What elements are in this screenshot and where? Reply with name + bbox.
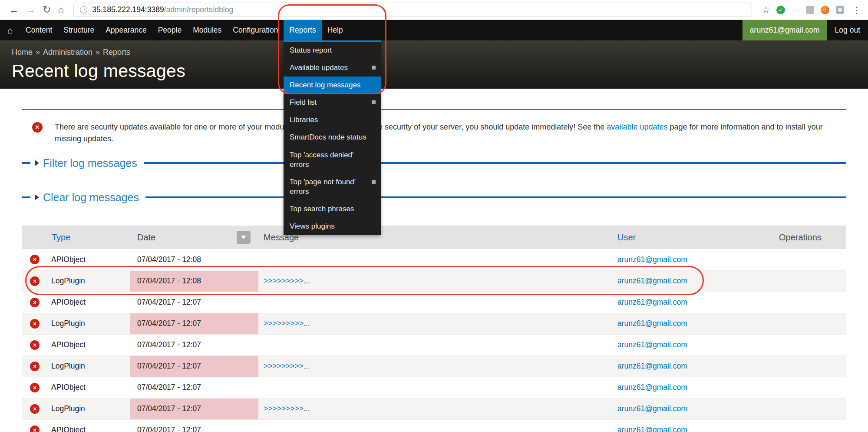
update-badge-icon bbox=[372, 180, 376, 184]
log-table-row: ×LogPlugin 07/04/2017 - 12:07 >>>>>>>>>.… bbox=[22, 398, 846, 419]
breadcrumb: Home»Administration»Reports bbox=[12, 40, 856, 57]
column-header-type[interactable]: Type bbox=[52, 233, 70, 242]
log-user-link[interactable]: arunz61@gmail.com bbox=[617, 276, 687, 285]
page-header: Home»Administration»Reports Recent log m… bbox=[0, 40, 868, 89]
column-header-user[interactable]: User bbox=[617, 233, 636, 242]
log-date: 07/04/2017 - 12:07 bbox=[130, 377, 258, 398]
log-operations bbox=[774, 334, 846, 356]
fieldset-filter-legend[interactable]: Filter log messages bbox=[30, 157, 144, 169]
dropdown-item-top-access-denied-errors[interactable]: Top 'access denied' errors bbox=[284, 146, 381, 173]
dropdown-item-libraries[interactable]: Libraries bbox=[284, 111, 381, 129]
toolbar-item-content[interactable]: Content bbox=[20, 20, 58, 40]
breadcrumb-administration[interactable]: Administration bbox=[43, 48, 92, 56]
dropdown-item-top-search-phrases[interactable]: Top search phrases bbox=[284, 200, 381, 218]
breadcrumb-home[interactable]: Home bbox=[12, 48, 33, 56]
toolbar-item-people[interactable]: People bbox=[152, 20, 188, 40]
extension-icon-2[interactable] bbox=[821, 6, 829, 14]
error-severity-icon: × bbox=[30, 404, 40, 414]
back-icon[interactable]: ← bbox=[9, 5, 19, 15]
dropdown-item-recent-log-messages[interactable]: Recent log messages bbox=[284, 76, 381, 94]
extension-icon-1[interactable] bbox=[806, 6, 814, 14]
log-user-link[interactable]: arunz61@gmail.com bbox=[617, 255, 687, 264]
home-icon[interactable]: ⌂ bbox=[58, 5, 64, 15]
chrome-actions: ☆ ✓ ⋯ ⋮ bbox=[762, 5, 861, 15]
log-message-link[interactable]: >>>>>>>>>... bbox=[264, 404, 310, 413]
browser-menu-icon[interactable]: ⋮ bbox=[851, 5, 861, 15]
log-user-link[interactable]: arunz61@gmail.com bbox=[617, 425, 687, 432]
log-type: LogPlugin bbox=[51, 404, 85, 413]
log-operations bbox=[774, 377, 846, 398]
log-message-link[interactable]: >>>>>>>>>... bbox=[264, 276, 310, 285]
forward-icon[interactable]: → bbox=[26, 5, 36, 15]
log-type: APIObject bbox=[51, 255, 86, 264]
fieldset-border-line bbox=[145, 196, 846, 198]
bookmark-star-icon[interactable]: ☆ bbox=[762, 5, 770, 15]
log-user-link[interactable]: arunz61@gmail.com bbox=[617, 340, 687, 349]
log-date: 07/04/2017 - 12:07 bbox=[130, 313, 258, 334]
page-info-icon[interactable]: i bbox=[80, 6, 87, 13]
error-severity-icon: × bbox=[30, 319, 40, 329]
admin-menu: ContentStructureAppearancePeopleModulesC… bbox=[20, 20, 349, 40]
log-type: LogPlugin bbox=[51, 362, 85, 370]
extension-icon-3[interactable] bbox=[836, 6, 844, 14]
fieldset-border-line bbox=[144, 162, 846, 164]
fieldset-clear-legend[interactable]: Clear log messages bbox=[30, 191, 145, 204]
admin-toolbar: ⌂ ContentStructureAppearancePeopleModule… bbox=[0, 20, 868, 40]
update-badge-icon bbox=[372, 100, 376, 104]
dropdown-item-status-report[interactable]: Status report bbox=[284, 42, 381, 59]
error-message-text: There are security updates available for… bbox=[55, 121, 841, 145]
collapsed-arrow-icon bbox=[35, 160, 39, 166]
log-operations bbox=[774, 270, 846, 292]
toolbar-item-modules[interactable]: Modules bbox=[187, 20, 227, 40]
log-table-row: ×LogPlugin 07/04/2017 - 12:07 >>>>>>>>>.… bbox=[22, 313, 846, 334]
dropdown-item-smartdocs-node-status[interactable]: SmartDocs node status bbox=[284, 129, 381, 146]
log-message-link[interactable]: >>>>>>>>>... bbox=[264, 319, 310, 328]
admin-home-icon[interactable]: ⌂ bbox=[0, 20, 20, 40]
log-date: 07/04/2017 - 12:07 bbox=[130, 292, 258, 313]
logout-button[interactable]: Log out bbox=[827, 20, 868, 40]
log-user-link[interactable]: arunz61@gmail.com bbox=[617, 383, 687, 392]
log-user-link[interactable]: arunz61@gmail.com bbox=[617, 362, 687, 370]
log-user-link[interactable]: arunz61@gmail.com bbox=[617, 404, 687, 413]
extension-dots-icon[interactable]: ⋯ bbox=[792, 5, 799, 14]
account-button[interactable]: arunz61@gmail.com bbox=[743, 20, 827, 40]
toolbar-item-help[interactable]: Help bbox=[322, 20, 349, 40]
address-bar[interactable]: i 35.185.222.194:3389/admin/reports/dblo… bbox=[73, 3, 752, 17]
log-user-link[interactable]: arunz61@gmail.com bbox=[617, 319, 687, 328]
update-badge-icon bbox=[372, 66, 376, 70]
sort-descending-button[interactable] bbox=[237, 231, 251, 244]
log-table-row: ×APIObject 07/04/2017 - 12:07 arunz61@gm… bbox=[22, 334, 846, 356]
error-icon: × bbox=[32, 122, 43, 133]
dropdown-item-available-updates[interactable]: Available updates bbox=[284, 59, 381, 76]
error-severity-icon: × bbox=[30, 276, 40, 286]
toolbar-item-reports[interactable]: Reports bbox=[284, 20, 321, 40]
column-header-date[interactable]: Date bbox=[130, 226, 258, 249]
column-header-operations: Operations bbox=[774, 226, 846, 249]
error-severity-icon: × bbox=[30, 362, 40, 371]
error-severity-icon: × bbox=[30, 340, 40, 350]
dropdown-item-field-list[interactable]: Field list bbox=[284, 94, 381, 111]
log-type: APIObject bbox=[51, 340, 86, 349]
toolbar-item-appearance[interactable]: Appearance bbox=[100, 20, 152, 40]
available-updates-link[interactable]: available updates bbox=[607, 123, 667, 131]
error-severity-icon: × bbox=[30, 383, 40, 392]
log-operations bbox=[774, 292, 846, 313]
log-user-link[interactable]: arunz61@gmail.com bbox=[617, 298, 687, 306]
dropdown-item-top-page-not-found-errors[interactable]: Top 'page not found' errors bbox=[284, 173, 381, 200]
dropdown-item-views-plugins[interactable]: Views plugins bbox=[284, 218, 381, 235]
toolbar-item-configuration[interactable]: Configuration bbox=[227, 20, 284, 40]
breadcrumb-reports[interactable]: Reports bbox=[103, 48, 130, 56]
log-message-link[interactable]: >>>>>>>>>... bbox=[264, 362, 310, 370]
url-path: /admin/reports/dblog bbox=[164, 5, 234, 14]
log-messages-table: Type Date Message User Operations ×APIOb… bbox=[22, 226, 846, 432]
log-date: 07/04/2017 - 12:07 bbox=[130, 334, 258, 356]
toolbar-item-structure[interactable]: Structure bbox=[58, 20, 100, 40]
reload-icon[interactable]: ↻ bbox=[43, 5, 51, 15]
log-date: 07/04/2017 - 12:07 bbox=[130, 356, 258, 377]
fieldset-border-stub bbox=[22, 196, 30, 198]
error-message-banner: × There are security updates available f… bbox=[22, 109, 846, 145]
log-type: APIObject bbox=[51, 383, 86, 392]
extension-check-icon[interactable]: ✓ bbox=[776, 6, 785, 14]
log-table-row: ×APIObject 07/04/2017 - 12:08 arunz61@gm… bbox=[22, 249, 846, 270]
log-table-row: ×LogPlugin 07/04/2017 - 12:08 >>>>>>>>>.… bbox=[22, 270, 846, 292]
